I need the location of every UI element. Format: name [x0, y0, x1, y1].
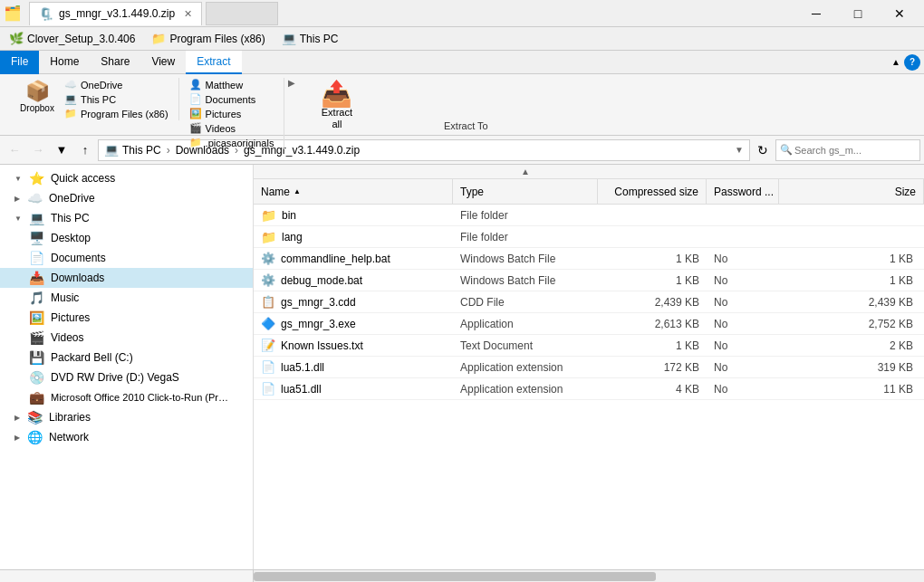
ribbon-programfiles[interactable]: 📁 Program Files (x86): [62, 107, 171, 120]
sidebar-item-msoffice[interactable]: 💼 Microsoft Office 2010 Click-to-Run (Pr…: [0, 387, 253, 407]
table-row[interactable]: 📁bin File folder: [254, 205, 924, 226]
tab-file[interactable]: File: [0, 51, 39, 74]
onedrive-sidebar-icon: ☁️: [27, 191, 43, 205]
file-type-clhelp: Windows Batch File: [453, 248, 598, 269]
address-thispc: This PC: [122, 144, 161, 157]
sidebar: ▼ ⭐ Quick access ▶ ☁️ OneDrive ▼ 💻 This …: [0, 165, 254, 569]
ribbon-scroll-arrow[interactable]: ▶: [284, 78, 299, 88]
ribbon-thispc[interactable]: 💻 This PC: [62, 92, 119, 106]
file-size-lang: [779, 226, 924, 247]
videos-icon: 🎬: [189, 122, 202, 134]
msoffice-icon: 💼: [29, 390, 45, 405]
ribbon-content: 📦 Dropbox ☁️ OneDrive 💻 This PC 📁 Progra…: [0, 74, 924, 136]
nav-forward-button[interactable]: →: [27, 139, 49, 161]
ribbon-onedrive[interactable]: ☁️ OneDrive: [62, 78, 125, 91]
ribbon-item-dropbox[interactable]: 📦 Dropbox: [14, 78, 60, 120]
refresh-button[interactable]: ↻: [752, 139, 774, 161]
sidebar-item-documents[interactable]: 📄 Documents: [0, 248, 253, 268]
file-list-header: Name ▲ Type Compressed size Password ...…: [254, 179, 924, 205]
file-type-bin: File folder: [453, 205, 598, 225]
sidebar-item-dvdrw[interactable]: 💿 DVD RW Drive (D:) VegaS: [0, 367, 253, 387]
address-dropdown-icon[interactable]: ▼: [735, 145, 744, 155]
maximize-button[interactable]: □: [837, 0, 879, 27]
new-tab[interactable]: [206, 2, 278, 25]
sidebar-item-downloads[interactable]: 📥 Downloads: [0, 268, 253, 288]
address-sep1: ›: [167, 144, 170, 157]
file-compressed-bin: [598, 205, 707, 225]
tab-view[interactable]: View: [140, 51, 186, 74]
dvdrw-label: DVD RW Drive (D:) VegaS: [51, 371, 179, 384]
file-name-cdd: 📋gs_mngr_3.cdd: [254, 291, 453, 312]
cdd-icon: 📋: [261, 295, 275, 309]
sidebar-item-packardbell[interactable]: 💾 Packard Bell (C:): [0, 348, 253, 367]
tab-extract[interactable]: Extract: [186, 51, 241, 74]
table-row[interactable]: 🔷gs_mngr_3.exe Application 2,613 KB No 2…: [254, 313, 924, 335]
ribbon-documents[interactable]: 📄 Documents: [187, 92, 277, 106]
user-icon: 👤: [189, 79, 202, 91]
col-header-compressed[interactable]: Compressed size: [598, 179, 707, 204]
sidebar-item-network[interactable]: ▶ 🌐 Network: [0, 427, 253, 447]
ribbon-links-col: ☁️ OneDrive 💻 This PC 📁 Program Files (x…: [62, 78, 171, 120]
table-row[interactable]: 📄lua5.1.dll Application extension 172 KB…: [254, 357, 924, 378]
sidebar-item-videos[interactable]: 🎬 Videos: [0, 328, 253, 348]
collapse-ribbon-button[interactable]: ▲: [891, 57, 900, 67]
table-row[interactable]: ⚙️debug_mode.bat Windows Batch File 1 KB…: [254, 270, 924, 291]
sidebar-item-thispc[interactable]: ▼ 💻 This PC: [0, 208, 253, 228]
minimize-button[interactable]: ─: [795, 0, 837, 27]
sidebar-item-onedrive[interactable]: ▶ ☁️ OneDrive: [0, 188, 253, 208]
address-thispc-icon: 💻: [104, 143, 119, 157]
nav-recent-button[interactable]: ▼: [51, 139, 72, 161]
h-scrollbar-thumb[interactable]: [254, 572, 656, 581]
ribbon-videos[interactable]: 🎬 Videos: [187, 121, 277, 135]
table-row[interactable]: 📄lua51.dll Application extension 4 KB No…: [254, 378, 924, 400]
col-header-name[interactable]: Name ▲: [254, 179, 453, 204]
sidebar-item-libraries[interactable]: ▶ 📚 Libraries: [0, 407, 253, 427]
extract-all-button[interactable]: 📤 Extractall: [306, 78, 367, 134]
file-type-lang: File folder: [453, 226, 598, 247]
sidebar-item-desktop[interactable]: 🖥️ Desktop: [0, 228, 253, 248]
clover-icon: 🌿: [9, 32, 24, 45]
file-password-exe: No: [707, 313, 779, 334]
tab-share[interactable]: Share: [90, 51, 140, 74]
table-row[interactable]: 📋gs_mngr_3.cdd CDD File 2,439 KB No 2,43…: [254, 291, 924, 313]
table-row[interactable]: 📝Known Issues.txt Text Document 1 KB No …: [254, 335, 924, 357]
search-input[interactable]: [794, 145, 916, 156]
table-row[interactable]: ⚙️commandline_help.bat Windows Batch Fil…: [254, 248, 924, 270]
help-button[interactable]: ?: [904, 54, 920, 71]
table-row[interactable]: 📁lang File folder: [254, 226, 924, 248]
file-compressed-cdd: 2,439 KB: [598, 291, 707, 312]
active-tab[interactable]: 🗜️ gs_mngr_v3.1.449.0.zip ✕: [29, 2, 202, 25]
col-header-password[interactable]: Password ...: [707, 179, 779, 204]
sidebar-item-quick-access[interactable]: ▼ ⭐ Quick access: [0, 168, 253, 188]
search-bar[interactable]: 🔍: [775, 139, 920, 161]
horizontal-scrollbar[interactable]: [254, 570, 924, 583]
expand-thispc-icon: ▼: [14, 215, 22, 223]
bat-icon-2: ⚙️: [261, 273, 275, 287]
breadcrumb-programfiles[interactable]: 📁 Program Files (x86): [146, 30, 270, 47]
nav-back-button[interactable]: ←: [4, 139, 25, 161]
tab-home[interactable]: Home: [39, 51, 90, 74]
nav-up-button[interactable]: ↑: [74, 139, 96, 161]
documents-label: Documents: [51, 252, 106, 264]
file-type-lua51: Application extension: [453, 378, 598, 399]
breadcrumb-clover[interactable]: 🌿 Clover_Setup_3.0.406: [4, 30, 140, 47]
tab-close-icon[interactable]: ✕: [184, 8, 192, 20]
file-compressed-clhelp: 1 KB: [598, 248, 707, 269]
extract-all-label: Extractall: [322, 107, 352, 130]
col-header-type[interactable]: Type: [453, 179, 598, 204]
file-size-clhelp: 1 KB: [779, 248, 924, 269]
col-header-size[interactable]: Size: [779, 179, 924, 204]
sidebar-item-music[interactable]: 🎵 Music: [0, 288, 253, 308]
ribbon-pictures[interactable]: 🖼️ Pictures: [187, 107, 277, 120]
downloads-icon: 📥: [29, 271, 45, 285]
programfiles-label: Program Files (x86): [169, 33, 265, 45]
app-icon: 🗂️: [4, 5, 22, 22]
close-button[interactable]: ✕: [879, 0, 920, 27]
ribbon-picasa[interactable]: 📁 .picasaoriginals: [187, 136, 277, 149]
sidebar-item-pictures[interactable]: 🖼️ Pictures: [0, 308, 253, 328]
breadcrumb-thispc[interactable]: 💻 This PC: [276, 30, 344, 47]
thispc-sidebar-label: This PC: [51, 212, 90, 224]
videos-sidebar-icon: 🎬: [29, 330, 45, 345]
ribbon-matthew[interactable]: 👤 Matthew: [187, 78, 277, 91]
file-compressed-txt: 1 KB: [598, 335, 707, 356]
